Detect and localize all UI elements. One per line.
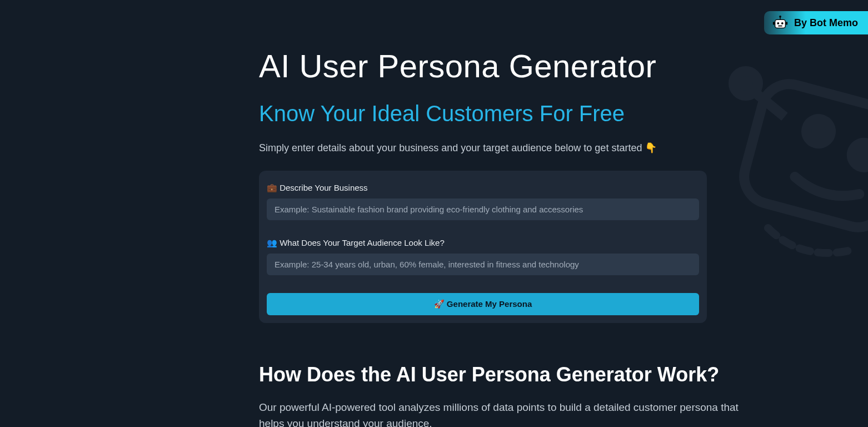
- svg-rect-8: [738, 78, 868, 234]
- svg-line-12: [754, 92, 785, 117]
- brand-badge[interactable]: By Bot Memo: [764, 11, 868, 34]
- svg-rect-6: [773, 22, 775, 25]
- how-it-works-description: Our powerful AI-powered tool analyzes mi…: [259, 400, 740, 427]
- brand-badge-text: By Bot Memo: [794, 17, 858, 29]
- business-input[interactable]: [267, 198, 699, 220]
- svg-point-1: [777, 22, 779, 24]
- persona-form: 💼 Describe Your Business 👥 What Does You…: [259, 171, 707, 323]
- how-it-works-heading: How Does the AI User Persona Generator W…: [259, 363, 740, 386]
- page-title: AI User Persona Generator: [259, 47, 740, 85]
- svg-rect-7: [786, 22, 787, 25]
- robot-icon: [772, 14, 789, 31]
- page-subtitle: Know Your Ideal Customers For Free: [259, 101, 740, 126]
- intro-text: Simply enter details about your business…: [259, 142, 740, 154]
- generate-button[interactable]: 🚀 Generate My Persona: [267, 293, 699, 315]
- svg-point-10: [849, 140, 868, 170]
- audience-label: 👥 What Does Your Target Audience Look Li…: [267, 238, 699, 248]
- business-label: 💼 Describe Your Business: [267, 183, 699, 193]
- svg-point-9: [804, 116, 834, 146]
- svg-point-5: [779, 16, 781, 18]
- svg-point-2: [781, 22, 784, 24]
- svg-rect-3: [778, 26, 782, 27]
- svg-rect-0: [775, 19, 786, 28]
- audience-input[interactable]: [267, 254, 699, 275]
